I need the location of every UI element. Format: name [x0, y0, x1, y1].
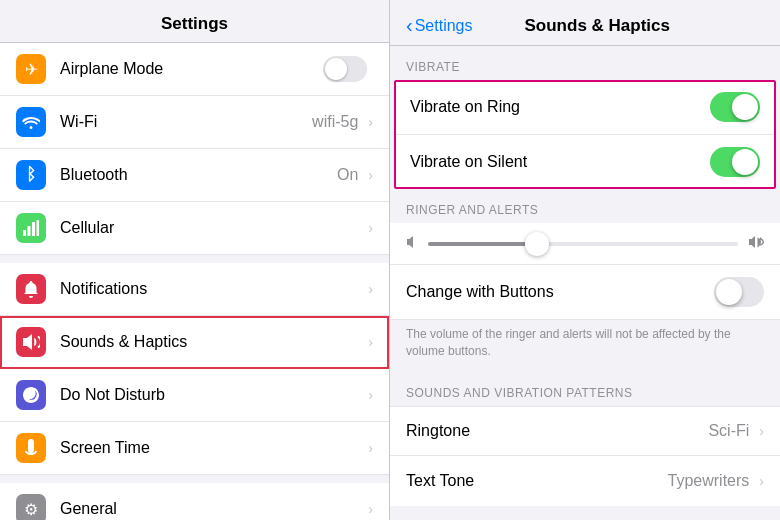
donotdisturb-chevron: › [368, 387, 373, 403]
change-with-buttons-label: Change with Buttons [406, 283, 714, 301]
vibrate-section-label: VIBRATE [390, 46, 780, 80]
change-with-buttons-toggle[interactable] [714, 277, 764, 307]
vibrate-ring-toggle[interactable] [710, 92, 760, 122]
notifications-label: Notifications [60, 280, 364, 298]
volume-slider-row [390, 223, 780, 265]
back-label: Settings [415, 17, 473, 35]
settings-title: Settings [161, 14, 228, 33]
ringtone-label: Ringtone [406, 422, 708, 440]
wifi-label: Wi-Fi [60, 113, 312, 131]
vibrate-section: Vibrate on Ring Vibrate on Silent [394, 80, 776, 189]
airplane-icon: ✈ [16, 54, 46, 84]
ringtone-row[interactable]: Ringtone Sci-Fi › [390, 406, 780, 456]
vibrate-silent-row[interactable]: Vibrate on Silent [394, 135, 776, 189]
svg-rect-1 [28, 226, 31, 236]
wifi-icon [16, 107, 46, 137]
sidebar-item-bluetooth[interactable]: ᛒ Bluetooth On › [0, 149, 389, 202]
vibrate-ring-row[interactable]: Vibrate on Ring [394, 80, 776, 135]
right-panel: ‹ Settings Sounds & Haptics VIBRATE Vibr… [390, 0, 780, 520]
change-info-text: The volume of the ringer and alerts will… [390, 320, 780, 372]
general-icon: ⚙ [16, 494, 46, 520]
left-panel: Settings ✈ Airplane Mode Wi-Fi wifi-5g ›… [0, 0, 390, 520]
vibrate-silent-toggle[interactable] [710, 147, 760, 177]
notifications-chevron: › [368, 281, 373, 297]
airplane-label: Airplane Mode [60, 60, 323, 78]
general-label: General [60, 500, 364, 518]
sidebar-item-screentime[interactable]: Screen Time › [0, 422, 389, 475]
sounds-icon [16, 327, 46, 357]
sidebar-item-cellular[interactable]: Cellular › [0, 202, 389, 255]
slider-thumb[interactable] [525, 232, 549, 256]
separator-1 [0, 255, 389, 263]
sidebar-item-notifications[interactable]: Notifications › [0, 263, 389, 316]
cellular-label: Cellular [60, 219, 364, 237]
notifications-icon [16, 274, 46, 304]
sidebar-item-airplane[interactable]: ✈ Airplane Mode [0, 43, 389, 96]
bluetooth-icon: ᛒ [16, 160, 46, 190]
sounds-label: Sounds & Haptics [60, 333, 364, 351]
slider-fill [428, 242, 537, 246]
screentime-label: Screen Time [60, 439, 364, 457]
cellular-chevron: › [368, 220, 373, 236]
screentime-chevron: › [368, 440, 373, 456]
bluetooth-chevron: › [368, 167, 373, 183]
ringtone-chevron: › [759, 423, 764, 439]
donotdisturb-label: Do Not Disturb [60, 386, 364, 404]
text-tone-label: Text Tone [406, 472, 668, 490]
right-title: Sounds & Haptics [480, 16, 714, 36]
volume-high-icon [746, 233, 764, 254]
general-chevron: › [368, 501, 373, 517]
svg-rect-2 [32, 222, 35, 236]
bluetooth-label: Bluetooth [60, 166, 337, 184]
ringtone-value: Sci-Fi [708, 422, 749, 440]
separator-2 [0, 475, 389, 483]
cellular-icon [16, 213, 46, 243]
airplane-toggle[interactable] [323, 56, 367, 82]
sidebar-item-wifi[interactable]: Wi-Fi wifi-5g › [0, 96, 389, 149]
wifi-value: wifi-5g [312, 113, 358, 131]
text-tone-row[interactable]: Text Tone Typewriters › [390, 456, 780, 506]
back-button[interactable]: ‹ Settings [406, 14, 472, 37]
volume-slider[interactable] [428, 242, 738, 246]
svg-rect-0 [23, 230, 26, 236]
bluetooth-value: On [337, 166, 358, 184]
text-tone-chevron: › [759, 473, 764, 489]
sounds-section-label: SOUNDS AND VIBRATION PATTERNS [390, 372, 780, 406]
ringer-section-label: RINGER AND ALERTS [390, 189, 780, 223]
sidebar-item-general[interactable]: ⚙ General › [0, 483, 389, 520]
donotdisturb-icon [16, 380, 46, 410]
left-header: Settings [0, 0, 389, 43]
change-with-buttons-row[interactable]: Change with Buttons [390, 265, 780, 320]
right-header: ‹ Settings Sounds & Haptics [390, 0, 780, 46]
sidebar-item-sounds[interactable]: Sounds & Haptics › [0, 316, 389, 369]
text-tone-value: Typewriters [668, 472, 750, 490]
svg-rect-3 [37, 220, 40, 236]
vibrate-silent-label: Vibrate on Silent [410, 153, 710, 171]
settings-list: ✈ Airplane Mode Wi-Fi wifi-5g › ᛒ Blueto… [0, 43, 389, 520]
sidebar-item-donotdisturb[interactable]: Do Not Disturb › [0, 369, 389, 422]
wifi-chevron: › [368, 114, 373, 130]
screentime-icon [16, 433, 46, 463]
back-chevron-icon: ‹ [406, 14, 413, 37]
sounds-chevron: › [368, 334, 373, 350]
vibrate-ring-label: Vibrate on Ring [410, 98, 710, 116]
volume-low-icon [406, 235, 420, 252]
